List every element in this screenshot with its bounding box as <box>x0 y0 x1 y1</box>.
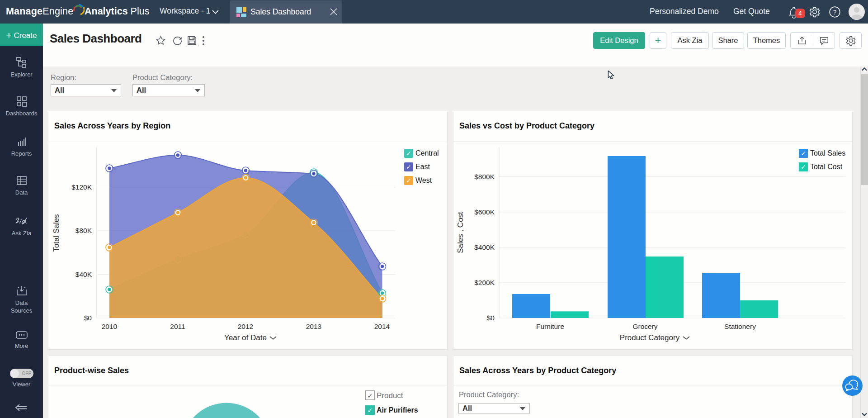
svg-text:Grocery: Grocery <box>632 323 657 330</box>
svg-text:$40K: $40K <box>75 271 92 278</box>
svg-text:Year of Date: Year of Date <box>224 333 267 342</box>
svg-text:2012: 2012 <box>238 323 253 330</box>
svg-text:2010: 2010 <box>102 323 118 330</box>
svg-text:$200K: $200K <box>474 279 495 286</box>
svg-text:2014: 2014 <box>374 323 390 330</box>
svg-text:2013: 2013 <box>306 323 321 330</box>
svg-text:$400K: $400K <box>474 243 495 251</box>
svg-text:2011: 2011 <box>170 323 185 330</box>
svg-text:Furniture: Furniture <box>536 323 564 330</box>
svg-text:$120K: $120K <box>71 183 92 191</box>
svg-text:Product Category: Product Category <box>620 333 680 342</box>
svg-text:Sales , Cost: Sales , Cost <box>456 212 465 253</box>
svg-text:Stationery: Stationery <box>724 323 756 330</box>
svg-text:$0: $0 <box>487 314 495 322</box>
svg-text:$600K: $600K <box>474 208 495 216</box>
svg-text:$0: $0 <box>84 314 92 322</box>
svg-text:$80K: $80K <box>75 227 92 234</box>
svg-text:Total Sales: Total Sales <box>52 214 61 252</box>
svg-text:$800K: $800K <box>474 173 495 180</box>
svg-text:?: ? <box>833 9 837 16</box>
